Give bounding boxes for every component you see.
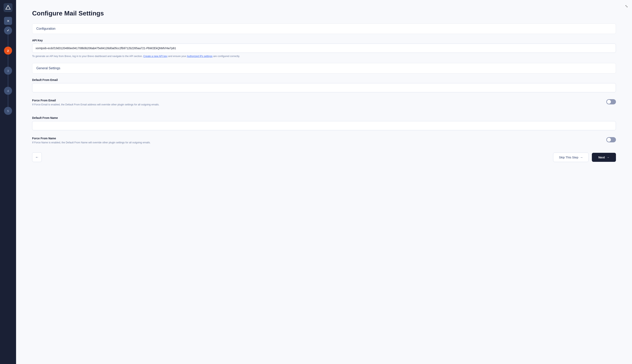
logo-icon (6, 5, 11, 10)
force-from-email-row: Force From Email If Force Email is enabl… (32, 99, 616, 106)
default-from-name-input[interactable] (32, 121, 616, 130)
force-from-email-track (606, 99, 616, 104)
step-item-2: 2 (4, 46, 12, 54)
step-connector-4 (8, 95, 8, 107)
api-key-helper: To generate an API key from Brevo, log i… (32, 54, 616, 58)
step-list: ✓ 2 3 4 5 (4, 26, 12, 361)
next-label: Next (598, 156, 605, 159)
api-key-label: API Key (32, 39, 616, 42)
step-item-3: 3 (4, 67, 12, 75)
general-settings-section-header: General Settings (32, 63, 616, 74)
force-from-name-track (606, 137, 616, 142)
main-content: ⤡ Configure Mail Settings Configuration … (16, 0, 632, 364)
svg-marker-0 (6, 6, 10, 10)
force-from-name-label: Force From Name (32, 137, 603, 140)
configuration-section-header: Configuration (32, 24, 616, 34)
app-logo[interactable] (4, 3, 12, 12)
step-item-5: 5 (4, 107, 12, 115)
step-connector-1 (8, 34, 8, 46)
create-api-key-link[interactable]: Create a new API key (143, 55, 168, 58)
api-key-group: API Key To generate an API key from Brev… (32, 39, 616, 58)
skip-step-button[interactable]: Skip This Step → (553, 152, 589, 162)
force-from-name-group: Force From Name If Force Name is enabled… (32, 137, 616, 144)
back-button[interactable]: ← (32, 152, 42, 162)
collapse-button[interactable]: ⤡ (625, 4, 628, 8)
force-from-email-group: Force From Email If Force Email is enabl… (32, 99, 616, 106)
force-from-email-label: Force From Email (32, 99, 603, 102)
step-item-4: 4 (4, 87, 12, 95)
force-from-name-toggle[interactable] (606, 137, 616, 142)
footer-actions: ← Skip This Step → Next → (32, 152, 616, 162)
step-circle-5: 5 (4, 107, 12, 115)
skip-label: Skip This Step (559, 156, 578, 159)
force-from-name-row: Force From Name If Force Name is enabled… (32, 137, 616, 144)
default-from-name-group: Default From Name (32, 116, 616, 132)
default-from-email-group: Default From Email (32, 78, 616, 94)
next-button[interactable]: Next → (592, 153, 616, 162)
default-from-email-input[interactable] (32, 83, 616, 92)
step-connector-3 (8, 75, 8, 87)
next-arrow-icon: → (606, 156, 610, 159)
force-from-email-label-block: Force From Email If Force Email is enabl… (32, 99, 603, 106)
sidebar: ✕ ✓ 2 3 4 5 (0, 0, 16, 364)
force-from-name-label-block: Force From Name If Force Name is enabled… (32, 137, 603, 144)
force-from-email-toggle[interactable] (606, 99, 616, 104)
force-from-email-desc: If Force Email is enabled, the Default F… (32, 103, 603, 106)
step-circle-3: 3 (4, 67, 12, 75)
step-item-1: ✓ (4, 26, 12, 34)
authorized-ips-link[interactable]: Authorized IPs settings (187, 55, 212, 58)
step-connector-2 (8, 54, 8, 67)
default-from-email-label: Default From Email (32, 78, 616, 82)
api-key-input[interactable] (32, 44, 616, 53)
page-title: Configure Mail Settings (32, 10, 616, 17)
default-from-name-label: Default From Name (32, 116, 616, 120)
step-circle-4: 4 (4, 87, 12, 95)
step-circle-2: 2 (4, 46, 12, 54)
force-from-name-desc: If Force Name is enabled, the Default Fr… (32, 141, 603, 144)
skip-arrow-icon: → (580, 156, 583, 159)
close-step-button[interactable]: ✕ (4, 17, 12, 25)
step-circle-1: ✓ (4, 26, 12, 34)
